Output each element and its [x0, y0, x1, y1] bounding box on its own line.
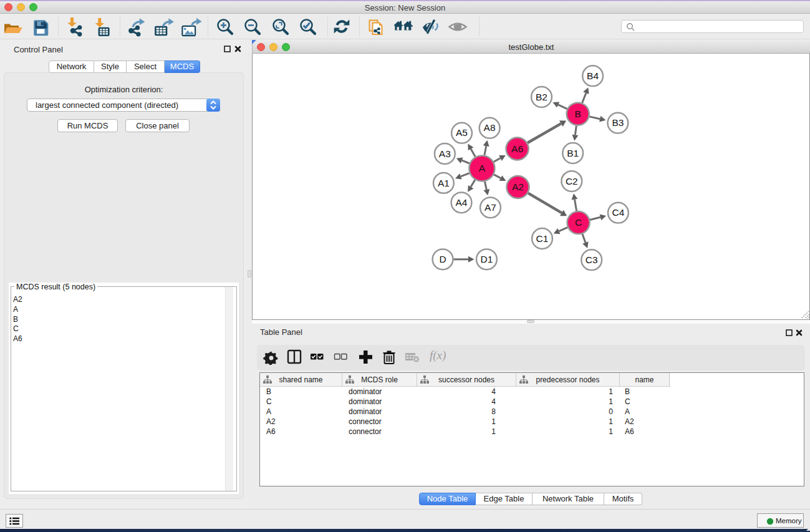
- svg-text:C4: C4: [612, 207, 624, 218]
- svg-text:A3: A3: [439, 148, 451, 159]
- svg-text:C: C: [575, 217, 582, 228]
- svg-text:A: A: [479, 163, 486, 173]
- svg-text:B4: B4: [587, 70, 599, 81]
- svg-text:B: B: [575, 109, 581, 119]
- svg-text:B3: B3: [612, 117, 624, 128]
- svg-text:D: D: [439, 254, 446, 264]
- svg-text:A7: A7: [485, 202, 496, 213]
- svg-text:A4: A4: [456, 197, 468, 208]
- svg-text:C2: C2: [566, 176, 578, 186]
- svg-text:B1: B1: [567, 148, 579, 158]
- svg-text:A8: A8: [484, 122, 496, 133]
- svg-text:A1: A1: [438, 178, 450, 188]
- svg-text:B2: B2: [536, 92, 547, 102]
- svg-text:C1: C1: [536, 233, 549, 244]
- svg-text:A5: A5: [456, 127, 468, 138]
- svg-text:A2: A2: [512, 181, 524, 192]
- svg-text:A6: A6: [511, 143, 523, 154]
- svg-text:D1: D1: [480, 254, 493, 264]
- svg-text:C3: C3: [586, 254, 598, 265]
